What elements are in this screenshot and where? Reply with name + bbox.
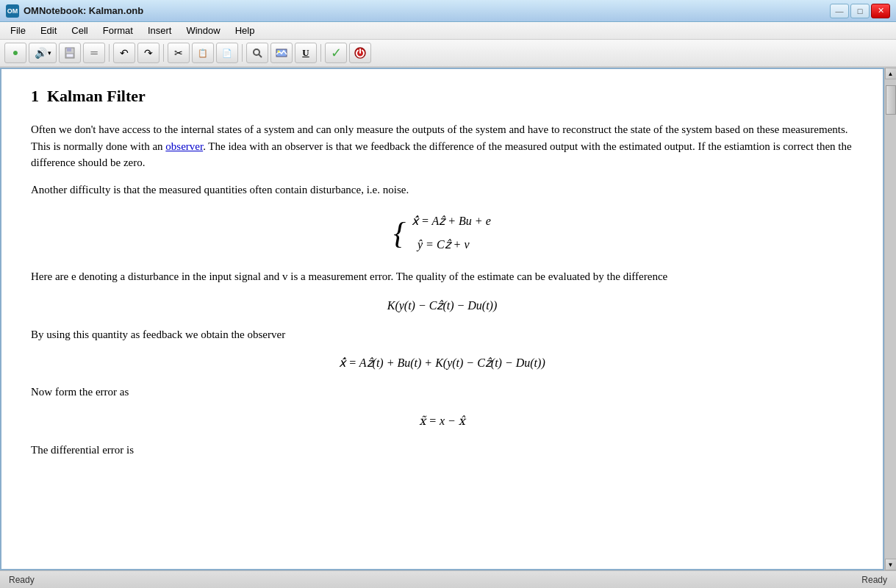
- content-pane: 1 Kalman Filter Often we don't have acce…: [0, 68, 884, 570]
- paragraph-4: By using this quantity as feedback we ob…: [31, 326, 853, 343]
- minimize-button[interactable]: —: [830, 4, 849, 18]
- svg-point-3: [254, 49, 259, 55]
- toolbar-btn-run[interactable]: ●: [4, 43, 26, 63]
- scroll-thumb[interactable]: [886, 85, 896, 115]
- svg-rect-2: [66, 54, 74, 57]
- paragraph-2: Another difficulty is that the measured …: [31, 182, 853, 198]
- main-area: 1 Kalman Filter Often we don't have acce…: [0, 68, 896, 570]
- svg-point-6: [278, 51, 280, 53]
- app-icon: OM: [6, 4, 19, 18]
- scroll-down-button[interactable]: ▼: [885, 559, 897, 570]
- toolbar-btn-underline[interactable]: U: [295, 43, 317, 63]
- paragraph-6: The differential error is: [31, 442, 853, 459]
- toolbar-btn-paste[interactable]: 📄: [216, 43, 238, 63]
- section-heading: Kalman Filter: [47, 87, 146, 105]
- window-controls: — □ ✕: [830, 4, 890, 18]
- maximize-button[interactable]: □: [850, 4, 870, 18]
- scroll-track[interactable]: [885, 79, 897, 559]
- toolbar-btn-search[interactable]: [246, 43, 268, 63]
- math-block-4: x̃ = x − x̂: [31, 412, 853, 430]
- window-title: OMNotebook: Kalman.onb: [24, 5, 143, 16]
- toolbar-btn-divider[interactable]: ═: [83, 43, 105, 63]
- menu-insert[interactable]: Insert: [140, 24, 179, 37]
- menu-window[interactable]: Window: [179, 24, 227, 37]
- toolbar-btn-image[interactable]: [270, 43, 293, 63]
- status-bar: Ready Ready: [0, 570, 896, 588]
- menu-cell[interactable]: Cell: [64, 24, 95, 37]
- toolbar-btn-copy[interactable]: 📋: [192, 43, 214, 63]
- menu-edit[interactable]: Edit: [33, 24, 64, 37]
- svg-rect-1: [67, 48, 71, 51]
- toolbar-btn-check[interactable]: ✓: [325, 43, 347, 63]
- menu-bar: File Edit Cell Format Insert Window Help: [0, 22, 896, 40]
- toolbar-btn-stop[interactable]: [349, 43, 371, 63]
- scrollbar-vertical: ▲ ▼: [884, 68, 896, 570]
- math-block-3: ẋ̂ = Aẑ(t) + Bu(t) + K(y(t) − Cẑ(t) − Du…: [31, 354, 853, 372]
- paragraph-1: Often we don't have access to the intern…: [31, 121, 853, 171]
- toolbar: ● 🔊 ▾ ═ ↶ ↷ ✂ 📋 📄: [0, 40, 896, 68]
- toolbar-btn-cut[interactable]: ✂: [168, 43, 190, 63]
- document-body: 1 Kalman Filter Often we don't have acce…: [1, 69, 883, 569]
- math-block-2: K(y(t) − Cẑ(t) − Du(t)): [31, 297, 853, 315]
- toolbar-btn-redo[interactable]: ↷: [137, 43, 160, 63]
- toolbar-btn-speaker[interactable]: 🔊 ▾: [29, 43, 57, 63]
- toolbar-btn-undo[interactable]: ↶: [113, 43, 135, 63]
- svg-line-4: [259, 54, 262, 57]
- sep1: [109, 44, 110, 62]
- title-bar: OM OMNotebook: Kalman.onb — □ ✕: [0, 0, 896, 22]
- scroll-up-button[interactable]: ▲: [885, 68, 897, 79]
- observer-link[interactable]: observer: [165, 140, 203, 152]
- paragraph-5: Now form the error as: [31, 384, 853, 401]
- sep4: [320, 44, 321, 62]
- section-title: 1 Kalman Filter: [31, 84, 853, 108]
- section-number: 1: [31, 87, 39, 105]
- sep3: [242, 44, 243, 62]
- menu-help[interactable]: Help: [228, 24, 262, 37]
- paragraph-3: Here are e denoting a disturbance in the…: [31, 268, 853, 285]
- menu-file[interactable]: File: [3, 24, 33, 37]
- close-button[interactable]: ✕: [871, 4, 890, 18]
- status-left: Ready: [9, 575, 35, 585]
- sep2: [163, 44, 164, 62]
- title-bar-left: OM OMNotebook: Kalman.onb: [6, 4, 143, 18]
- status-right: Ready: [861, 575, 887, 585]
- math-block-1: { ẋ̂ = Aẑ + Bu + e ŷ = Cẑ + v: [31, 209, 853, 257]
- menu-format[interactable]: Format: [96, 24, 140, 37]
- toolbar-btn-save[interactable]: [59, 43, 81, 63]
